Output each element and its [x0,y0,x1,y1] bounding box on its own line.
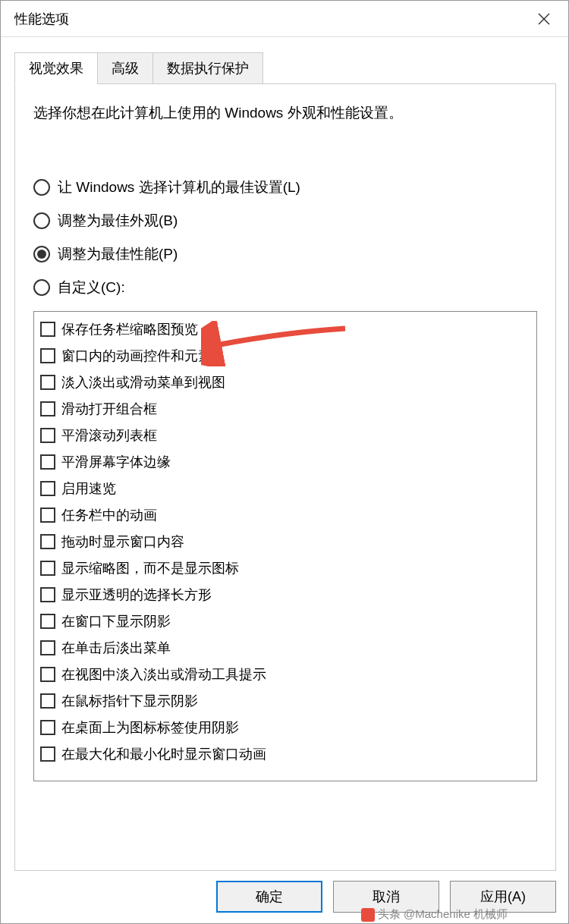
check-show-window-contents-drag[interactable]: 拖动时显示窗口内容 [37,529,533,555]
check-show-thumbnails-not-icons[interactable]: 显示缩略图，而不是显示图标 [37,555,533,582]
check-window-shadows[interactable]: 在窗口下显示阴影 [37,608,533,635]
check-label: 在鼠标指针下显示阴影 [61,691,198,712]
check-label: 在桌面上为图标标签使用阴影 [61,718,239,738]
check-label: 平滑屏幕字体边缘 [61,452,171,473]
check-label: 窗口内的动画控件和元素 [61,346,212,366]
radio-icon [33,212,50,229]
checkbox-icon [40,508,55,523]
checkbox-icon [40,667,55,682]
tab-panel-visual-effects: 选择你想在此计算机上使用的 Windows 外观和性能设置。 让 Windows… [14,83,556,871]
checkbox-icon [40,587,55,602]
checkbox-icon [40,693,55,709]
checkbox-icon [40,454,55,470]
close-button[interactable] [529,5,559,33]
checkbox-icon [40,401,55,416]
check-label: 保存任务栏缩略图预览 [61,319,198,340]
check-pointer-shadow[interactable]: 在鼠标指针下显示阴影 [37,688,533,715]
check-label: 在窗口下显示阴影 [61,611,171,632]
tab-strip: 视觉效果 高级 数据执行保护 [14,52,568,84]
check-label: 显示亚透明的选择长方形 [61,585,212,605]
check-smooth-scroll-list[interactable]: 平滑滚动列表框 [37,423,533,449]
radio-label: 让 Windows 选择计算机的最佳设置(L) [58,178,300,197]
radio-icon [33,279,50,296]
checkbox-icon [40,322,55,337]
checkbox-icon [40,746,55,762]
watermark: 头条 @Machenike 机械师 [361,907,508,922]
window-title: 性能选项 [14,10,69,28]
check-slide-open-combo[interactable]: 滑动打开组合框 [37,396,533,423]
performance-options-dialog: 性能选项 视觉效果 高级 数据执行保护 选择你想在此计算机上使用的 Window… [0,0,569,924]
checkbox-icon [40,640,55,655]
check-enable-peek[interactable]: 启用速览 [37,476,533,502]
radio-icon [33,246,50,262]
radio-best-appearance[interactable]: 调整为最佳外观(B) [33,211,537,231]
check-fade-slide-tooltips[interactable]: 在视图中淡入淡出或滑动工具提示 [37,662,533,688]
check-label: 显示缩略图，而不是显示图标 [61,558,239,579]
tab-advanced[interactable]: 高级 [97,52,153,84]
checkbox-icon [40,561,55,576]
checkbox-icon [40,534,55,549]
check-taskbar-animations[interactable]: 任务栏中的动画 [37,502,533,529]
radio-label: 调整为最佳外观(B) [58,211,178,231]
checkbox-icon [40,481,55,496]
check-label: 淡入淡出或滑动菜单到视图 [61,372,225,393]
check-smooth-font-edges[interactable]: 平滑屏幕字体边缘 [37,449,533,476]
instruction-text: 选择你想在此计算机上使用的 Windows 外观和性能设置。 [33,102,537,124]
radio-icon [33,179,50,196]
close-icon [537,12,551,26]
check-animate-controls[interactable]: 窗口内的动画控件和元素 [37,343,533,369]
check-label: 平滑滚动列表框 [61,426,157,446]
radio-let-windows-choose[interactable]: 让 Windows 选择计算机的最佳设置(L) [33,178,537,197]
checkbox-icon [40,428,55,443]
check-label: 在单击后淡出菜单 [61,638,171,658]
check-label: 拖动时显示窗口内容 [61,532,184,552]
check-label: 在最大化和最小化时显示窗口动画 [61,744,266,765]
check-translucent-selection[interactable]: 显示亚透明的选择长方形 [37,582,533,608]
ok-button[interactable]: 确定 [216,881,322,913]
radio-custom[interactable]: 自定义(C): [33,278,537,297]
watermark-text: 头条 @Machenike 机械师 [378,907,508,922]
checkbox-icon [40,614,55,629]
tab-visual-effects[interactable]: 视觉效果 [14,52,98,84]
check-save-taskbar-thumbnails[interactable]: 保存任务栏缩略图预览 [37,316,533,343]
radio-label: 调整为最佳性能(P) [58,244,178,264]
checkbox-icon [40,720,55,735]
watermark-icon [361,908,375,922]
check-label: 任务栏中的动画 [61,505,157,526]
check-animate-min-max[interactable]: 在最大化和最小化时显示窗口动画 [37,741,533,768]
performance-radio-group: 让 Windows 选择计算机的最佳设置(L) 调整为最佳外观(B) 调整为最佳… [33,178,537,297]
check-label: 启用速览 [61,479,116,499]
checkbox-icon [40,348,55,363]
visual-effects-checklist[interactable]: 保存任务栏缩略图预览 窗口内的动画控件和元素 淡入淡出或滑动菜单到视图 滑动打开… [33,311,537,781]
check-label: 滑动打开组合框 [61,399,157,420]
check-fade-slide-menus[interactable]: 淡入淡出或滑动菜单到视图 [37,369,533,396]
tab-dep[interactable]: 数据执行保护 [152,52,263,84]
titlebar: 性能选项 [1,1,568,37]
radio-best-performance[interactable]: 调整为最佳性能(P) [33,244,537,264]
check-label: 在视图中淡入淡出或滑动工具提示 [61,665,266,685]
checkbox-icon [40,375,55,390]
check-desktop-icon-label-shadow[interactable]: 在桌面上为图标标签使用阴影 [37,715,533,741]
check-fade-menu-after-click[interactable]: 在单击后淡出菜单 [37,635,533,662]
radio-label: 自定义(C): [58,278,125,297]
